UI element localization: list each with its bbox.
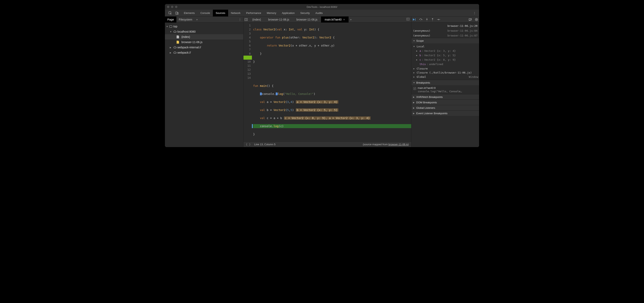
main-tab-security[interactable]: Security: [298, 10, 312, 17]
debugger-pane: browser-11-06.js:20 (anonymous)browser-1…: [412, 17, 479, 147]
svg-rect-5: [415, 18, 416, 21]
main-tab-memory[interactable]: Memory: [264, 10, 279, 17]
titlebar: DevTools - localhost:8080/: [165, 4, 479, 10]
tree-node-webpack-internal[interactable]: ▶webpack-internal://: [165, 45, 243, 50]
editor-tab[interactable]: browser-11-06.js: [264, 17, 293, 23]
editor-tab[interactable]: browser-11-06.js: [293, 17, 321, 23]
more-editor-tabs-icon[interactable]: »: [348, 18, 353, 21]
code-viewer[interactable]: 1234567891011121314 class Vector2(val x:…: [244, 23, 411, 141]
editor-tab-bar: (index)browser-11-06.jsbrowser-11-06.jsm…: [244, 17, 411, 23]
source-map-info: (source mapped from browser-11-06.js): [363, 143, 409, 146]
paused-line: console.log(c): [253, 124, 411, 128]
main-tab-bar: ElementsConsoleSourcesNetworkPerformance…: [165, 10, 479, 17]
tree-node-top[interactable]: ▼top: [165, 24, 243, 29]
sidebar-tab-page[interactable]: Page: [165, 17, 176, 23]
resume-icon[interactable]: [412, 18, 416, 21]
dom-breakpoints-header[interactable]: ▶DOM Breakpoints: [412, 100, 479, 105]
breakpoints-section-header[interactable]: ▼Breakpoints: [412, 80, 479, 85]
devtools-window: DevTools - localhost:8080/ ElementsConso…: [165, 4, 479, 147]
event-listener-breakpoints-header[interactable]: ▶Event Listener Breakpoints: [412, 111, 479, 116]
navigator-pane: Page Filesystem » ⋮ ▼top ▼localhost:8080…: [165, 17, 244, 147]
step-icon[interactable]: [437, 18, 440, 21]
code-content[interactable]: class Vector2(val x: Int, val y: Int) { …: [252, 23, 411, 141]
js-file-icon: [176, 41, 179, 44]
step-into-icon[interactable]: [426, 18, 428, 21]
cloud-icon: [173, 46, 176, 49]
scope-global[interactable]: ▶GlobalWindow: [414, 75, 478, 79]
svg-point-8: [432, 21, 433, 21]
source-map-link[interactable]: browser-11-06.js: [388, 143, 408, 146]
step-out-icon[interactable]: [431, 18, 434, 21]
file-tree: ▼top ▼localhost:8080 (index) browser-11-…: [165, 23, 243, 56]
more-tabs-icon[interactable]: »: [195, 18, 199, 21]
breakpoint-item[interactable]: ✓main.kt?ae40:9 console.log("Hello, Cons…: [412, 85, 479, 94]
main-tab-audits[interactable]: Audits: [312, 10, 326, 17]
cloud-icon: [173, 51, 176, 54]
step-marker-icon: [260, 93, 262, 95]
main-tab-elements[interactable]: Elements: [181, 10, 198, 17]
more-menu-icon[interactable]: ⋮: [471, 12, 478, 15]
debugger-toolbar: [412, 17, 479, 23]
editor-tab[interactable]: (index): [249, 17, 264, 23]
sidebar-tab-filesystem[interactable]: Filesystem: [176, 17, 195, 23]
global-listeners-header[interactable]: ▶Global Listeners: [412, 105, 479, 110]
call-stack: browser-11-06.js:20 (anonymous)browser-1…: [412, 23, 479, 38]
svg-point-9: [440, 19, 440, 20]
svg-point-10: [475, 18, 478, 21]
collapse-navigator-icon[interactable]: [244, 18, 249, 21]
editor-tab[interactable]: main.kt?ae40×: [321, 17, 348, 23]
editor-pane: (index)browser-11-06.jsbrowser-11-06.jsm…: [244, 17, 412, 147]
traffic-lights[interactable]: [167, 6, 178, 8]
tree-node-file[interactable]: browser-11-06.js: [165, 40, 243, 45]
scope-local[interactable]: ▼Local: [414, 44, 478, 49]
scope-closure[interactable]: ▶Closure: [414, 66, 478, 71]
window-title: DevTools - localhost:8080/: [165, 6, 479, 9]
step-over-icon[interactable]: [419, 18, 423, 21]
device-toolbar-icon[interactable]: [174, 11, 180, 16]
svg-rect-12: [477, 19, 477, 20]
scope-var-b[interactable]: ▶b: Vector2 {x: 5, y: 5}: [414, 53, 478, 57]
show-debugger-icon[interactable]: [405, 18, 411, 21]
breakpoint-checkbox[interactable]: ✓: [414, 87, 416, 90]
line-gutter[interactable]: 1234567891011121314: [244, 23, 252, 141]
svg-rect-4: [407, 18, 410, 20]
cursor-position: Line 13, Column 5: [254, 143, 276, 146]
scope-var-a[interactable]: ▶a: Vector2 {x: 3, y: 4}: [414, 49, 478, 53]
editor-statusbar: { } Line 13, Column 5 (source mapped fro…: [244, 141, 411, 147]
svg-rect-11: [476, 19, 476, 20]
inspect-element-icon[interactable]: [167, 11, 173, 16]
main-tab-performance[interactable]: Performance: [243, 10, 264, 17]
main-tab-sources[interactable]: Sources: [213, 10, 228, 17]
inline-value: b = Vector2 {x: 5, y: 5}: [296, 108, 338, 112]
inline-value: a = Vector2 {x: 3, y: 4}: [296, 100, 338, 104]
close-tab-icon[interactable]: ×: [343, 18, 345, 21]
cloud-icon: [173, 31, 176, 33]
scope-closure-module[interactable]: ▶Closure (./kotlin/browser-11-06.js): [414, 71, 478, 75]
scope-section-header[interactable]: ▼Scope: [412, 38, 479, 43]
file-icon: [176, 36, 179, 39]
tree-node-webpack[interactable]: ▶webpack://: [165, 50, 243, 55]
sidebar-menu-icon[interactable]: ⋮: [236, 18, 243, 21]
call-stack-frame[interactable]: (anonymous)browser-11-06.js:87: [413, 33, 478, 38]
tree-node-host[interactable]: ▼localhost:8080: [165, 29, 243, 34]
svg-point-7: [427, 21, 427, 21]
xhr-breakpoints-header[interactable]: ▶XHR/fetch Breakpoints: [412, 94, 479, 100]
svg-rect-3: [245, 18, 248, 21]
tree-node-index[interactable]: (index): [165, 34, 243, 40]
call-stack-frame[interactable]: (anonymous)browser-11-06.js:84: [413, 28, 478, 33]
main-tab-application[interactable]: Application: [279, 10, 298, 17]
call-stack-frame[interactable]: browser-11-06.js:20: [413, 23, 478, 28]
inline-value: c = Vector2 {x: 8, y: 9}, a = Vector2 {x…: [284, 116, 370, 120]
scope-var-this[interactable]: ▶this: undefined: [414, 62, 478, 66]
deactivate-breakpoints-icon[interactable]: [468, 18, 472, 21]
scope-var-c[interactable]: ▶c: Vector2 {x: 8, y: 9}: [414, 57, 478, 62]
main-tab-network[interactable]: Network: [228, 10, 244, 17]
svg-rect-2: [177, 13, 178, 14]
pause-exceptions-icon[interactable]: [475, 18, 478, 21]
svg-point-6: [420, 20, 421, 21]
pretty-print-icon[interactable]: { }: [246, 143, 250, 146]
main-tab-console[interactable]: Console: [198, 10, 213, 17]
step-marker-icon: [276, 93, 278, 95]
